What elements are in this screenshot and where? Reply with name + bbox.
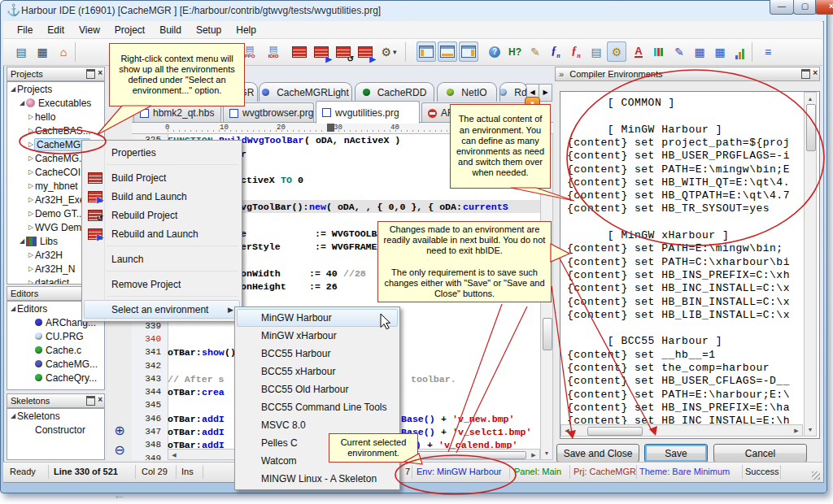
build-tools-icon[interactable]: ⚙▾ — [379, 41, 399, 62]
menu-item-remove-project[interactable]: Remove Project — [84, 275, 240, 293]
save-and-close-button[interactable]: Save and Close — [556, 444, 639, 463]
table-icon[interactable]: ▦ — [690, 41, 709, 62]
environments-hscrollbar[interactable]: ◀▶ — [560, 424, 803, 437]
file-tab-wvgutilitiesprg[interactable]: wvgutilities.prg — [316, 101, 420, 124]
overlay-glyph: ↺ — [347, 54, 354, 63]
close-icon[interactable]: × — [98, 69, 102, 79]
environments-vscrollbar[interactable]: ▲▼ — [804, 92, 817, 437]
menu-item-select-an-environment[interactable]: Select an environment▶ — [84, 300, 240, 319]
zoom-in-icon[interactable]: ⊕ — [110, 421, 129, 439]
configure-icon[interactable]: ✎ — [669, 41, 689, 62]
help-icon[interactable]: ? — [485, 41, 504, 62]
project-tab-cachemgrlight[interactable]: CacheMGRLight — [259, 82, 352, 102]
exit-icon[interactable]: ▤ — [11, 41, 31, 62]
project-item-hello[interactable]: ▷hello — [7, 110, 104, 124]
menu-help[interactable]: Help — [229, 23, 264, 37]
env-item-mingw-harbour[interactable]: MinGW Harbour — [237, 309, 398, 327]
maximize-button[interactable]: ▢ — [793, 0, 817, 15]
themes-icon[interactable] — [649, 41, 669, 62]
menu-item-label: Properties — [111, 147, 156, 159]
dropdown-arrow-icon[interactable]: ▾ — [393, 48, 397, 56]
project-tab-cacherdd[interactable]: CacheRDD — [355, 82, 434, 102]
editorfile-item-cachemg[interactable]: CacheMG... — [7, 357, 104, 371]
status-panel: Panel: Main — [514, 467, 561, 476]
tree-label: my_hbnet — [35, 180, 78, 192]
env-item-bcc55-command-line-tools[interactable]: BCC55 Command Line Tools — [237, 398, 398, 416]
skeleton-item-constructor[interactable]: Constructor — [7, 423, 104, 437]
menu-item-build-and-launch[interactable]: ▶Build and Launch — [84, 187, 240, 206]
project-item-cachebas[interactable]: ▷CacheBAS... — [7, 124, 104, 137]
title-bar[interactable]: ⚓ Harbour IDE (r16901) [CacheMGR ] [E:/h… — [0, 0, 826, 21]
environments-text-area[interactable]: [ COMMON ] [ MinGW Harbour ]{content} se… — [560, 91, 820, 439]
compiler-environments-header: » Compiler Environments × — [555, 67, 820, 81]
env-item-msvc-8-0[interactable]: MSVC 8.0 — [237, 416, 398, 434]
harbour-help-icon[interactable]: H? — [505, 41, 525, 62]
table2-icon[interactable]: ▦ — [710, 41, 730, 62]
build-launch-icon[interactable]: ▶ — [312, 41, 331, 62]
rebuild-icon[interactable]: ↺ — [334, 41, 353, 62]
menu-file[interactable]: File — [10, 23, 40, 37]
cancel-button[interactable]: Cancel — [713, 444, 807, 463]
menu-project[interactable]: Project — [107, 23, 152, 37]
env-item-mingw-linux-a-skeleton[interactable]: MINGW Linux - A Skeleton — [237, 470, 398, 488]
project-tab-rd[interactable]: Rd — [499, 82, 527, 102]
menu-item-properties[interactable]: Properties — [84, 143, 240, 162]
properties-icon[interactable]: ▤ — [587, 41, 606, 62]
c-functions-icon[interactable]: ƒn — [566, 41, 586, 62]
layout-right-panel-icon[interactable] — [459, 41, 478, 62]
environment-text-line: [ COMMON ] — [567, 97, 675, 109]
save-button[interactable]: Save — [644, 444, 708, 463]
menu-item-build-project[interactable]: Build Project — [84, 168, 240, 187]
minimize-button[interactable]: — — [770, 0, 794, 15]
stats-icon[interactable] — [731, 41, 750, 62]
project-tab-netio[interactable]: NetIO — [437, 82, 497, 102]
documents-icon[interactable]: ≡ — [758, 41, 778, 62]
close-icon[interactable]: × — [98, 396, 102, 406]
env-item-bcc55-old-harbour[interactable]: BCC55 Old Harbour — [237, 380, 398, 398]
menu-setup[interactable]: Setup — [189, 23, 229, 37]
float-icon[interactable] — [86, 69, 95, 79]
environments-icon[interactable]: ⚙ — [607, 41, 626, 62]
close-button[interactable]: × — [815, 0, 833, 15]
notes-icon[interactable]: ✎ — [526, 41, 545, 62]
file-tab-label: hbmk2_qt.hbs — [153, 107, 214, 119]
home-icon[interactable]: ⌂ — [54, 41, 73, 62]
resize-grip[interactable] — [812, 471, 820, 480]
close-icon[interactable]: × — [813, 69, 818, 79]
tab-scroll-right-icon[interactable]: ▶ — [539, 84, 552, 102]
menu-edit[interactable]: Edit — [40, 23, 72, 37]
editorfile-item-cacheqry[interactable]: CacheQry... — [7, 371, 104, 385]
float-icon[interactable] — [801, 69, 810, 79]
screens-icon[interactable]: ▦ — [33, 41, 52, 62]
code-text: toolbar. — [411, 374, 456, 385]
editorfile-item-cuprg[interactable]: CU.PRG — [7, 329, 104, 343]
collapsed-arrow-icon: ▷ — [27, 182, 35, 189]
project-item-executables[interactable]: ◢Executables — [7, 96, 104, 110]
code-text: //28 — [343, 268, 366, 279]
rebuild-launch-icon[interactable]: ▶ — [355, 41, 375, 62]
toolbar-separator — [752, 42, 752, 62]
hb-functions-icon[interactable]: ƒn — [546, 41, 565, 62]
env-item-bcc55-xharbour[interactable]: BCC55 xHarbour — [237, 363, 398, 380]
zoom-out-icon[interactable]: ⊖ — [110, 441, 129, 458]
env-item-bcc55-harbour[interactable]: BCC55 Harbour — [237, 345, 398, 363]
layout-left-panel-icon[interactable] — [416, 41, 436, 62]
env-item-mingw-xharbour[interactable]: MinGW xHarbour — [237, 327, 398, 345]
editor-status-dot — [35, 360, 42, 367]
menu-item-launch[interactable]: Launch — [84, 250, 240, 268]
build-icon[interactable] — [290, 41, 309, 62]
compile-io-icon[interactable]: ▤IOIO — [264, 41, 283, 62]
menu-build[interactable]: Build — [152, 23, 189, 37]
menu-item-rebuild-project[interactable]: ↺Rebuild Project — [84, 206, 240, 224]
layout-bottom-panel-icon[interactable] — [438, 41, 457, 62]
skeleton-item-skeletons[interactable]: ◢Skeletons — [7, 409, 104, 423]
code-text: addI — [202, 427, 225, 437]
menu-item-rebuild-and-launch[interactable]: ▶Rebuild and Launch — [84, 224, 240, 243]
menu-view[interactable]: View — [72, 23, 107, 37]
editorfile-item-cachec[interactable]: Cache.c — [7, 343, 104, 357]
overflow-chevron-icon[interactable]: » — [559, 69, 564, 79]
float-icon[interactable] — [86, 396, 95, 406]
project-item-projects[interactable]: ◢Projects — [7, 82, 104, 96]
font-icon[interactable]: A — [629, 41, 648, 62]
window-bottom-frame — [0, 481, 826, 492]
